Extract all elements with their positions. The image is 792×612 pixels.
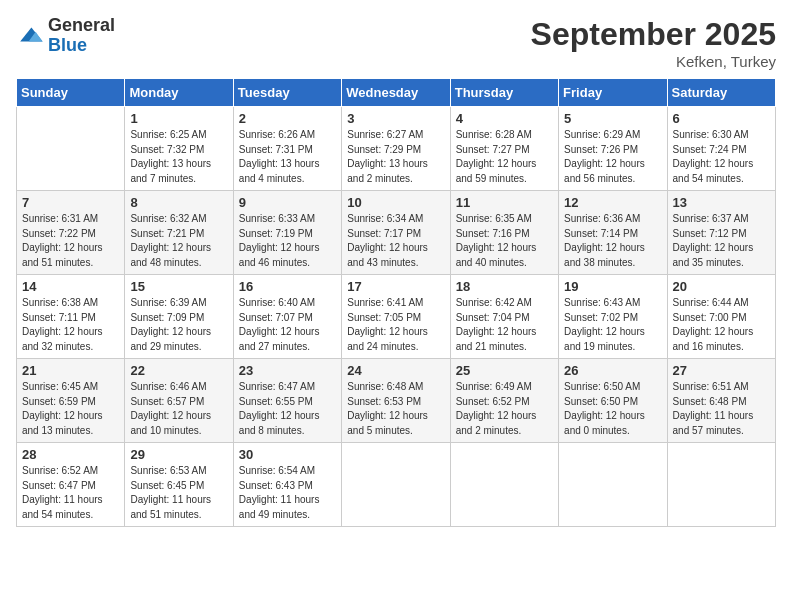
day-info: Sunrise: 6:29 AMSunset: 7:26 PMDaylight:… bbox=[564, 128, 661, 186]
day-info: Sunrise: 6:33 AMSunset: 7:19 PMDaylight:… bbox=[239, 212, 336, 270]
day-number: 10 bbox=[347, 195, 444, 210]
day-info: Sunrise: 6:50 AMSunset: 6:50 PMDaylight:… bbox=[564, 380, 661, 438]
week-row-2: 7Sunrise: 6:31 AMSunset: 7:22 PMDaylight… bbox=[17, 191, 776, 275]
day-number: 5 bbox=[564, 111, 661, 126]
day-info: Sunrise: 6:43 AMSunset: 7:02 PMDaylight:… bbox=[564, 296, 661, 354]
day-number: 24 bbox=[347, 363, 444, 378]
day-info: Sunrise: 6:42 AMSunset: 7:04 PMDaylight:… bbox=[456, 296, 553, 354]
calendar-cell: 6Sunrise: 6:30 AMSunset: 7:24 PMDaylight… bbox=[667, 107, 775, 191]
calendar-cell: 23Sunrise: 6:47 AMSunset: 6:55 PMDayligh… bbox=[233, 359, 341, 443]
day-number: 11 bbox=[456, 195, 553, 210]
title-section: September 2025 Kefken, Turkey bbox=[531, 16, 776, 70]
calendar-cell: 2Sunrise: 6:26 AMSunset: 7:31 PMDaylight… bbox=[233, 107, 341, 191]
day-info: Sunrise: 6:49 AMSunset: 6:52 PMDaylight:… bbox=[456, 380, 553, 438]
calendar-cell: 13Sunrise: 6:37 AMSunset: 7:12 PMDayligh… bbox=[667, 191, 775, 275]
header-friday: Friday bbox=[559, 79, 667, 107]
calendar-cell: 18Sunrise: 6:42 AMSunset: 7:04 PMDayligh… bbox=[450, 275, 558, 359]
calendar-cell: 25Sunrise: 6:49 AMSunset: 6:52 PMDayligh… bbox=[450, 359, 558, 443]
day-info: Sunrise: 6:34 AMSunset: 7:17 PMDaylight:… bbox=[347, 212, 444, 270]
calendar-cell bbox=[559, 443, 667, 527]
day-info: Sunrise: 6:45 AMSunset: 6:59 PMDaylight:… bbox=[22, 380, 119, 438]
day-info: Sunrise: 6:52 AMSunset: 6:47 PMDaylight:… bbox=[22, 464, 119, 522]
day-info: Sunrise: 6:47 AMSunset: 6:55 PMDaylight:… bbox=[239, 380, 336, 438]
calendar-cell: 11Sunrise: 6:35 AMSunset: 7:16 PMDayligh… bbox=[450, 191, 558, 275]
day-number: 22 bbox=[130, 363, 227, 378]
header-sunday: Sunday bbox=[17, 79, 125, 107]
header-saturday: Saturday bbox=[667, 79, 775, 107]
logo-blue: Blue bbox=[48, 36, 115, 56]
day-number: 30 bbox=[239, 447, 336, 462]
day-info: Sunrise: 6:27 AMSunset: 7:29 PMDaylight:… bbox=[347, 128, 444, 186]
day-number: 29 bbox=[130, 447, 227, 462]
calendar-cell: 30Sunrise: 6:54 AMSunset: 6:43 PMDayligh… bbox=[233, 443, 341, 527]
day-info: Sunrise: 6:32 AMSunset: 7:21 PMDaylight:… bbox=[130, 212, 227, 270]
day-number: 21 bbox=[22, 363, 119, 378]
day-number: 8 bbox=[130, 195, 227, 210]
header-tuesday: Tuesday bbox=[233, 79, 341, 107]
logo-text: General Blue bbox=[48, 16, 115, 56]
day-info: Sunrise: 6:53 AMSunset: 6:45 PMDaylight:… bbox=[130, 464, 227, 522]
calendar-table: Sunday Monday Tuesday Wednesday Thursday… bbox=[16, 78, 776, 527]
day-number: 1 bbox=[130, 111, 227, 126]
day-info: Sunrise: 6:28 AMSunset: 7:27 PMDaylight:… bbox=[456, 128, 553, 186]
week-row-3: 14Sunrise: 6:38 AMSunset: 7:11 PMDayligh… bbox=[17, 275, 776, 359]
calendar-cell: 17Sunrise: 6:41 AMSunset: 7:05 PMDayligh… bbox=[342, 275, 450, 359]
day-info: Sunrise: 6:30 AMSunset: 7:24 PMDaylight:… bbox=[673, 128, 770, 186]
calendar-cell: 22Sunrise: 6:46 AMSunset: 6:57 PMDayligh… bbox=[125, 359, 233, 443]
calendar-cell bbox=[342, 443, 450, 527]
calendar-cell: 1Sunrise: 6:25 AMSunset: 7:32 PMDaylight… bbox=[125, 107, 233, 191]
day-number: 6 bbox=[673, 111, 770, 126]
calendar-cell: 16Sunrise: 6:40 AMSunset: 7:07 PMDayligh… bbox=[233, 275, 341, 359]
calendar-cell: 7Sunrise: 6:31 AMSunset: 7:22 PMDaylight… bbox=[17, 191, 125, 275]
week-row-4: 21Sunrise: 6:45 AMSunset: 6:59 PMDayligh… bbox=[17, 359, 776, 443]
calendar-cell bbox=[667, 443, 775, 527]
calendar-cell: 15Sunrise: 6:39 AMSunset: 7:09 PMDayligh… bbox=[125, 275, 233, 359]
day-number: 23 bbox=[239, 363, 336, 378]
calendar-cell: 21Sunrise: 6:45 AMSunset: 6:59 PMDayligh… bbox=[17, 359, 125, 443]
day-info: Sunrise: 6:48 AMSunset: 6:53 PMDaylight:… bbox=[347, 380, 444, 438]
day-info: Sunrise: 6:31 AMSunset: 7:22 PMDaylight:… bbox=[22, 212, 119, 270]
week-row-1: 1Sunrise: 6:25 AMSunset: 7:32 PMDaylight… bbox=[17, 107, 776, 191]
calendar-cell: 20Sunrise: 6:44 AMSunset: 7:00 PMDayligh… bbox=[667, 275, 775, 359]
calendar-subtitle: Kefken, Turkey bbox=[531, 53, 776, 70]
day-info: Sunrise: 6:37 AMSunset: 7:12 PMDaylight:… bbox=[673, 212, 770, 270]
calendar-header: Sunday Monday Tuesday Wednesday Thursday… bbox=[17, 79, 776, 107]
day-number: 28 bbox=[22, 447, 119, 462]
day-number: 16 bbox=[239, 279, 336, 294]
calendar-cell: 14Sunrise: 6:38 AMSunset: 7:11 PMDayligh… bbox=[17, 275, 125, 359]
calendar-cell: 29Sunrise: 6:53 AMSunset: 6:45 PMDayligh… bbox=[125, 443, 233, 527]
day-number: 7 bbox=[22, 195, 119, 210]
calendar-title: September 2025 bbox=[531, 16, 776, 53]
header-wednesday: Wednesday bbox=[342, 79, 450, 107]
day-number: 9 bbox=[239, 195, 336, 210]
day-info: Sunrise: 6:51 AMSunset: 6:48 PMDaylight:… bbox=[673, 380, 770, 438]
day-info: Sunrise: 6:40 AMSunset: 7:07 PMDaylight:… bbox=[239, 296, 336, 354]
logo-general: General bbox=[48, 16, 115, 36]
day-number: 15 bbox=[130, 279, 227, 294]
day-number: 20 bbox=[673, 279, 770, 294]
calendar-cell: 10Sunrise: 6:34 AMSunset: 7:17 PMDayligh… bbox=[342, 191, 450, 275]
header-monday: Monday bbox=[125, 79, 233, 107]
logo-icon bbox=[16, 22, 44, 50]
calendar-cell: 9Sunrise: 6:33 AMSunset: 7:19 PMDaylight… bbox=[233, 191, 341, 275]
day-info: Sunrise: 6:38 AMSunset: 7:11 PMDaylight:… bbox=[22, 296, 119, 354]
day-number: 4 bbox=[456, 111, 553, 126]
calendar-cell: 19Sunrise: 6:43 AMSunset: 7:02 PMDayligh… bbox=[559, 275, 667, 359]
day-number: 18 bbox=[456, 279, 553, 294]
day-info: Sunrise: 6:25 AMSunset: 7:32 PMDaylight:… bbox=[130, 128, 227, 186]
day-number: 12 bbox=[564, 195, 661, 210]
calendar-cell: 12Sunrise: 6:36 AMSunset: 7:14 PMDayligh… bbox=[559, 191, 667, 275]
day-number: 26 bbox=[564, 363, 661, 378]
calendar-cell bbox=[17, 107, 125, 191]
day-info: Sunrise: 6:36 AMSunset: 7:14 PMDaylight:… bbox=[564, 212, 661, 270]
logo: General Blue bbox=[16, 16, 115, 56]
day-number: 27 bbox=[673, 363, 770, 378]
calendar-cell: 26Sunrise: 6:50 AMSunset: 6:50 PMDayligh… bbox=[559, 359, 667, 443]
day-info: Sunrise: 6:26 AMSunset: 7:31 PMDaylight:… bbox=[239, 128, 336, 186]
calendar-body: 1Sunrise: 6:25 AMSunset: 7:32 PMDaylight… bbox=[17, 107, 776, 527]
day-number: 2 bbox=[239, 111, 336, 126]
day-number: 3 bbox=[347, 111, 444, 126]
calendar-cell: 27Sunrise: 6:51 AMSunset: 6:48 PMDayligh… bbox=[667, 359, 775, 443]
day-info: Sunrise: 6:54 AMSunset: 6:43 PMDaylight:… bbox=[239, 464, 336, 522]
day-number: 17 bbox=[347, 279, 444, 294]
